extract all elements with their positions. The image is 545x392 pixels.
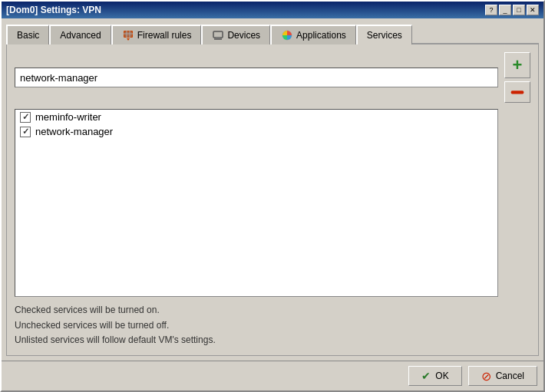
tab-applications-label: Applications bbox=[296, 30, 346, 41]
tab-applications[interactable]: Applications bbox=[270, 25, 356, 44]
plus-icon: + bbox=[513, 57, 523, 74]
titlebar-buttons: ? _ □ ✕ bbox=[485, 5, 539, 15]
cancel-button[interactable]: ⊘ Cancel bbox=[468, 366, 537, 386]
network-manager-label: network-manager bbox=[35, 126, 113, 137]
meminfo-writer-label: meminfo-writer bbox=[35, 111, 101, 123]
services-panel: network-manager + bbox=[6, 44, 539, 356]
top-row: network-manager + bbox=[15, 52, 530, 103]
info-text: Checked services will be turned on. Unch… bbox=[15, 303, 530, 348]
tab-bar: Basic Advanced Firewall rules bbox=[6, 23, 539, 44]
ok-icon: ✔ bbox=[421, 370, 431, 382]
svg-marker-5 bbox=[127, 38, 130, 41]
close-button[interactable]: ✕ bbox=[527, 5, 539, 15]
cancel-icon: ⊘ bbox=[481, 369, 491, 384]
maximize-button[interactable]: □ bbox=[513, 5, 525, 15]
applications-icon bbox=[281, 29, 293, 41]
window: [Dom0] Settings: VPN ? _ □ ✕ Basic Advan… bbox=[0, 0, 545, 392]
help-button[interactable]: ? bbox=[485, 5, 497, 15]
info-line-1: Checked services will be turned on. bbox=[15, 303, 530, 318]
network-manager-checkbox[interactable] bbox=[20, 127, 31, 137]
services-list: meminfo-writer network-manager bbox=[15, 109, 498, 297]
main-row: meminfo-writer network-manager bbox=[15, 109, 530, 297]
tab-basic[interactable]: Basic bbox=[6, 25, 49, 44]
side-buttons: + bbox=[504, 52, 530, 103]
tab-services[interactable]: Services bbox=[356, 25, 412, 44]
list-item: network-manager bbox=[15, 124, 497, 139]
list-item: meminfo-writer bbox=[15, 110, 497, 124]
firewall-icon bbox=[122, 29, 134, 41]
minus-icon bbox=[510, 88, 525, 96]
svg-rect-10 bbox=[511, 91, 524, 94]
add-service-button[interactable]: + bbox=[504, 52, 530, 78]
service-search-input[interactable]: network-manager bbox=[15, 68, 498, 87]
cancel-label: Cancel bbox=[496, 371, 524, 381]
bottom-bar: ✔ OK ⊘ Cancel bbox=[2, 361, 543, 390]
window-title: [Dom0] Settings: VPN bbox=[6, 5, 101, 15]
remove-service-button[interactable] bbox=[504, 81, 530, 103]
tab-devices[interactable]: Devices bbox=[201, 25, 270, 44]
info-line-3: Unlisted services will follow default VM… bbox=[15, 333, 530, 348]
info-line-2: Unchecked services will be turned off. bbox=[15, 318, 530, 333]
tab-advanced-label: Advanced bbox=[60, 30, 101, 41]
tab-basic-label: Basic bbox=[17, 30, 39, 41]
titlebar: [Dom0] Settings: VPN ? _ □ ✕ bbox=[2, 2, 543, 18]
tab-firewall-rules[interactable]: Firewall rules bbox=[111, 25, 202, 44]
svg-rect-6 bbox=[213, 31, 223, 38]
tab-advanced[interactable]: Advanced bbox=[49, 25, 111, 44]
ok-label: OK bbox=[435, 371, 448, 381]
devices-icon bbox=[212, 29, 224, 41]
tab-firewall-rules-label: Firewall rules bbox=[137, 30, 192, 41]
content: Basic Advanced Firewall rules bbox=[2, 18, 543, 361]
tab-devices-label: Devices bbox=[227, 30, 260, 41]
tab-services-label: Services bbox=[367, 30, 402, 41]
ok-button[interactable]: ✔ OK bbox=[408, 366, 461, 386]
meminfo-writer-checkbox[interactable] bbox=[20, 112, 31, 123]
minimize-button[interactable]: _ bbox=[499, 5, 511, 15]
